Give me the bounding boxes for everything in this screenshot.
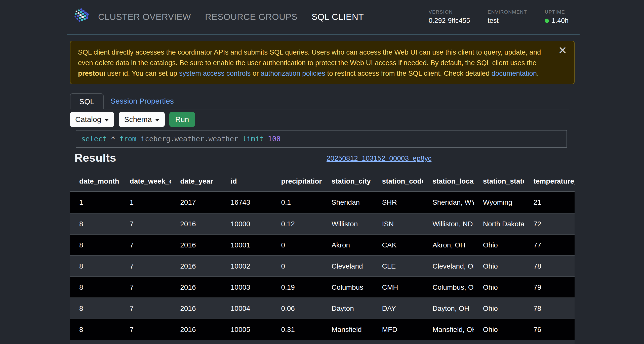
tab-session-properties[interactable]: Session Properties xyxy=(110,93,174,109)
results-title: Results xyxy=(74,151,116,164)
table-cell: 0.31 xyxy=(272,319,322,340)
table-cell: 10005 xyxy=(221,319,272,340)
table-cell: Akron, OH xyxy=(423,235,474,255)
column-header: date_year xyxy=(171,171,221,191)
warning-text: SQL client directly accesses the coordin… xyxy=(78,48,541,56)
query-id-link[interactable]: 20250812_103152_00003_ep8yc xyxy=(327,154,431,162)
sql-editor-content: select * from iceberg.weather.weather li… xyxy=(81,135,280,143)
table-cell: CMH xyxy=(373,277,423,297)
column-header: temperature_ xyxy=(524,171,575,191)
table-row-partial xyxy=(70,340,575,344)
environment-label: ENVIRONMENT xyxy=(488,9,527,15)
table-cell: ISN xyxy=(373,213,423,234)
table-cell: SHR xyxy=(373,192,423,213)
uptime-status-dot-icon xyxy=(545,19,549,23)
presto-logo-icon[interactable] xyxy=(71,7,91,27)
table-cell: CAK xyxy=(373,235,423,255)
sql-token: select xyxy=(81,135,107,143)
sql-token xyxy=(136,135,141,143)
table-cell: 8 xyxy=(70,256,120,276)
warning-text: to restrict access from the SQL client. … xyxy=(325,69,492,77)
results-table-header: date_monthdate_week_ofdate_yearidprecipi… xyxy=(70,171,575,192)
table-cell: North Dakota xyxy=(474,213,524,234)
catalog-dropdown-label: Catalog xyxy=(75,115,101,124)
column-header: station_city xyxy=(322,171,373,191)
warning-text: even delete data in the catalogs. Be sur… xyxy=(78,59,536,67)
table-cell: 21 xyxy=(524,192,575,213)
version-value: 0.292-9ffc455 xyxy=(429,17,470,25)
version-info: VERSION 0.292-9ffc455 xyxy=(429,9,470,25)
table-row: 872016100000.12WillistonISNWilliston, ND… xyxy=(70,213,575,234)
table-cell: 2016 xyxy=(171,213,221,234)
warning-text: or xyxy=(251,69,261,77)
table-cell: 0.06 xyxy=(272,298,322,319)
table-cell: 8 xyxy=(70,235,120,255)
table-cell: Mansfield xyxy=(322,319,373,340)
table-cell: Williston, ND xyxy=(423,213,474,234)
warning-line-1: SQL client directly accesses the coordin… xyxy=(78,47,546,58)
link-documentation[interactable]: documentation xyxy=(492,69,537,77)
top-nav: CLUSTER OVERVIEW RESOURCE GROUPS SQL CLI… xyxy=(0,0,644,34)
uptime-info: UPTIME 1.40h xyxy=(545,9,569,25)
table-cell: 8 xyxy=(70,319,120,340)
table-cell: Columbus xyxy=(322,277,373,297)
table-cell: 2016 xyxy=(171,256,221,276)
table-cell: Dayton, OH xyxy=(423,298,474,319)
table-cell: 78 xyxy=(524,298,575,319)
column-header: station_code xyxy=(373,171,423,191)
table-cell: 2017 xyxy=(171,192,221,213)
table-cell: 0 xyxy=(272,235,322,255)
warning-text: user id. You can set up xyxy=(105,69,179,77)
tab-sql[interactable]: SQL xyxy=(70,93,104,109)
close-icon[interactable]: ✕ xyxy=(558,45,567,56)
cluster-info: VERSION 0.292-9ffc455 ENVIRONMENT test U… xyxy=(429,9,569,25)
table-cell: 10004 xyxy=(221,298,272,319)
environment-value: test xyxy=(488,17,527,25)
table-cell: Cleveland, OH xyxy=(423,256,474,276)
column-header: precipitation xyxy=(272,171,322,191)
caret-down-icon xyxy=(104,119,109,121)
table-cell: 10001 xyxy=(221,235,272,255)
version-label: VERSION xyxy=(429,9,470,15)
results-table: date_monthdate_week_ofdate_yearidprecipi… xyxy=(70,171,575,344)
table-cell: 79 xyxy=(524,277,575,297)
sql-token: * xyxy=(111,135,115,143)
nav-cluster-overview[interactable]: CLUSTER OVERVIEW xyxy=(98,12,191,22)
table-row: 872016100020ClevelandCLECleveland, OHOhi… xyxy=(70,255,575,276)
link-system-access-controls[interactable]: system access controls xyxy=(179,69,251,77)
table-cell: 2016 xyxy=(171,235,221,255)
results-header: Results 20250812_103152_00003_ep8yc xyxy=(70,151,575,165)
column-header: station_state xyxy=(474,171,524,191)
table-row: 872016100030.19ColumbusCMHColumbus, OHOh… xyxy=(70,276,575,297)
column-header: date_month xyxy=(70,171,120,191)
warning-line-2: even delete data in the catalogs. Be sur… xyxy=(78,58,546,68)
table-cell: Columbus, OH xyxy=(423,277,474,297)
nav-sql-client[interactable]: SQL CLIENT xyxy=(311,12,364,22)
table-cell: 10002 xyxy=(221,256,272,276)
table-cell: Dayton xyxy=(322,298,373,319)
table-cell: 16743 xyxy=(221,192,272,213)
link-authorization-policies[interactable]: authorization policies xyxy=(261,69,325,77)
sql-editor[interactable]: select * from iceberg.weather.weather li… xyxy=(76,130,567,148)
warning-banner: SQL client directly accesses the coordin… xyxy=(70,41,575,84)
table-cell: Akron xyxy=(322,235,373,255)
table-cell: 2016 xyxy=(171,298,221,319)
query-toolbar: Catalog Schema Run xyxy=(70,112,575,127)
run-button[interactable]: Run xyxy=(169,112,195,127)
nav-divider xyxy=(67,34,580,34)
sql-token: from xyxy=(119,135,136,143)
nav-resource-groups[interactable]: RESOURCE GROUPS xyxy=(205,12,297,22)
sql-token xyxy=(264,135,268,143)
table-row: 872016100050.31MansfieldMFDMansfield, OH… xyxy=(70,319,575,340)
environment-info: ENVIRONMENT test xyxy=(488,9,527,25)
column-header: station_location xyxy=(423,171,474,191)
table-row: 112017167430.1SheridanSHRSheridan, WYWyo… xyxy=(70,192,575,213)
caret-down-icon xyxy=(155,119,159,121)
sql-token: limit xyxy=(243,135,264,143)
table-cell: 7 xyxy=(120,213,171,234)
schema-dropdown[interactable]: Schema xyxy=(119,112,165,127)
table-cell: CLE xyxy=(373,256,423,276)
table-cell: Sheridan xyxy=(322,192,373,213)
table-cell: 7 xyxy=(120,256,171,276)
catalog-dropdown[interactable]: Catalog xyxy=(70,112,114,127)
